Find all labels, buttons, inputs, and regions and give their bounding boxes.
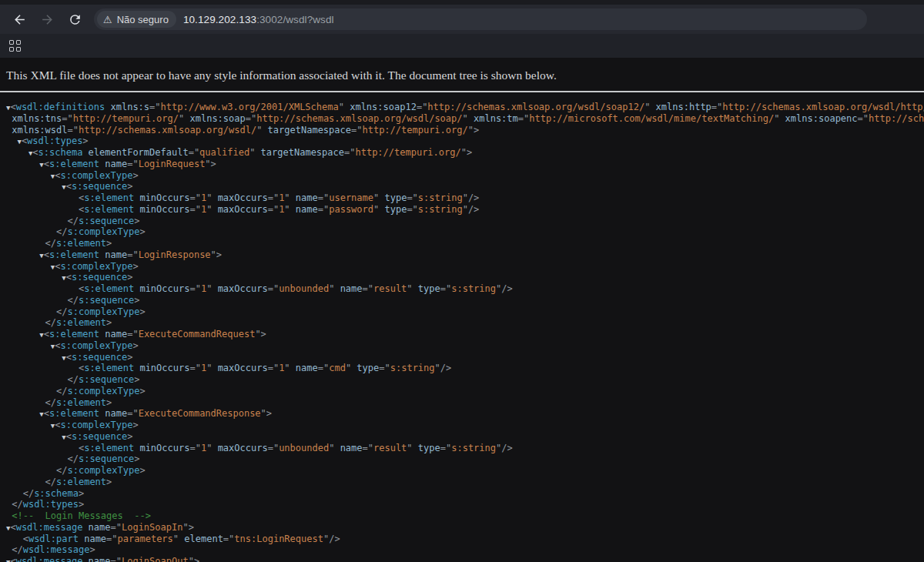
xml-attr-name: name (340, 283, 363, 294)
xml-attr-name: minOccurs (139, 204, 189, 215)
xml-attr-value: LoginResponse (139, 249, 211, 260)
xml-attr-name: name (89, 522, 111, 533)
xml-attr-value: password (329, 204, 373, 215)
xml-attr-name: type (418, 283, 440, 294)
xml-line: </s:sequence> (6, 216, 924, 227)
xml-line: </s:element> (6, 238, 924, 249)
xml-tag-name: wsdl:types (27, 135, 82, 146)
xml-line: </s:element> (6, 397, 924, 409)
xml-line: </s:element> (6, 477, 924, 488)
refresh-icon (68, 12, 82, 27)
xml-tag-name: s:element (49, 408, 99, 419)
xml-attr-name: minOccurs (139, 443, 189, 453)
back-button[interactable] (8, 8, 31, 31)
xml-attr-name: type (384, 204, 407, 215)
browser-window: ⚠ Não seguro 10.129.202.133:3002/wsdl?ws… (0, 0, 924, 562)
arrow-right-icon (40, 12, 55, 27)
xml-tag-name: s:element (84, 192, 134, 203)
xml-line: </s:sequence> (6, 374, 924, 386)
xml-attr-name: targetNamespace (268, 125, 351, 135)
xml-attr-name: xmlns:soap (189, 113, 245, 124)
xml-attr-value: http://schemas.xmlsoap.org/wsdl/ (79, 125, 256, 135)
xml-tag-name: s:complexType (67, 306, 139, 317)
xml-attr-value: ExecuteCommandRequest (139, 329, 256, 340)
xml-line: <!-- Login Messages --> (6, 510, 924, 522)
xml-tag-name: s:schema (38, 147, 83, 158)
xml-tag-name: s:element (84, 283, 134, 294)
xml-attr-value: http://schemas.xmlsoap.org/wsdl/http/ (722, 102, 924, 112)
xml-tag-name: s:element (56, 477, 106, 487)
xml-tag-name: wsdl:part (28, 534, 79, 544)
xml-tag-name: wsdl:message (16, 522, 83, 533)
xml-tag-name: s:sequence (79, 216, 134, 226)
xml-attr-name: xmlns:http (656, 102, 711, 112)
xml-attr-name: xmlns:tns (12, 113, 62, 124)
xml-attr-name: minOccurs (139, 192, 189, 203)
xml-line: <s:element minOccurs="1" maxOccurs="unbo… (6, 283, 924, 295)
xml-attr-value: result (373, 443, 407, 453)
xml-comment: <!-- Login Messages --> (12, 510, 151, 521)
xml-line: ▼<wsdl:message name="LoginSoapIn"> (6, 522, 924, 534)
xml-tag-name: s:element (84, 363, 134, 373)
apps-grid-icon[interactable] (9, 40, 21, 52)
xml-attr-value: unbounded (279, 283, 329, 294)
xml-attr-name: name (89, 556, 111, 562)
xml-tag-name: s:element (49, 329, 99, 340)
xml-tag-name: s:schema (34, 488, 79, 499)
arrow-left-icon (12, 12, 27, 27)
xml-line: </s:complexType> (6, 306, 924, 318)
xml-tag-name: wsdl:types (23, 499, 79, 510)
xml-line: ▼<s:element name="ExecuteCommandRequest"… (6, 329, 924, 340)
xml-line: </s:element> (6, 317, 924, 329)
xml-tag-name: s:complexType (67, 226, 139, 237)
xml-attr-name: name (296, 192, 318, 203)
url-host: 10.129.202.133 (183, 14, 256, 25)
xml-tag-name: s:complexType (67, 386, 139, 396)
xml-tag-name: s:element (56, 317, 106, 328)
xml-attr-value: http://microsoft.com/wsdl/mime/textMatch… (529, 113, 774, 124)
security-chip[interactable]: ⚠ Não seguro (97, 11, 176, 28)
bookmarks-bar (0, 34, 924, 58)
xml-attr-name: maxOccurs (218, 192, 268, 203)
xml-line: </s:complexType> (6, 226, 924, 238)
url-bar[interactable]: ⚠ Não seguro 10.129.202.133:3002/wsdl?ws… (94, 8, 867, 30)
xml-attr-name: xmlns:soapenc (785, 113, 858, 124)
xml-attr-value: tns:LoginRequest (234, 534, 323, 544)
url-text: 10.129.202.133:3002/wsdl?wsdl (183, 14, 334, 25)
xml-attr-value: http://tempuri.org/ (73, 113, 179, 124)
browser-toolbar: ⚠ Não seguro 10.129.202.133:3002/wsdl?ws… (0, 5, 924, 34)
xml-attr-name: maxOccurs (218, 283, 268, 294)
xml-tag-name: s:complexType (60, 170, 132, 181)
xml-line: ▼<s:complexType> (6, 261, 924, 273)
xml-tag-name: s:element (56, 238, 106, 249)
xml-attr-value: s:string (418, 192, 463, 203)
xml-line: ▼<s:schema elementFormDefault="qualified… (6, 147, 924, 159)
xml-line: <s:element minOccurs="1" maxOccurs="1" n… (6, 192, 924, 204)
xml-attr-name: minOccurs (139, 283, 189, 294)
xml-line: ▼<s:element name="ExecuteCommandResponse… (6, 408, 924, 420)
page-content: This XML file does not appear to have an… (0, 58, 924, 562)
xml-line: </s:sequence> (6, 453, 924, 465)
xml-line: ▼<s:sequence> (6, 431, 924, 443)
xml-line: ▼<s:element name="LoginRequest"> (6, 159, 924, 170)
xml-tag-name: s:complexType (60, 261, 132, 272)
xml-attr-name: maxOccurs (218, 204, 268, 215)
forward-button[interactable] (35, 8, 59, 31)
xml-attr-name: name (340, 443, 363, 453)
xml-attr-value: ExecuteCommandResponse (139, 408, 261, 419)
xml-attr-name: name (105, 408, 127, 419)
xml-attr-name: name (105, 249, 127, 260)
xml-attr-name: elementFormDefault (89, 147, 189, 158)
xml-line: ▼<wsdl:definitions xmlns:s="http://www.w… (6, 102, 924, 113)
xml-tag-name: s:complexType (67, 465, 139, 476)
xml-line: ▼<wsdl:types> (6, 135, 924, 147)
xml-line: <wsdl:part name="parameters" element="tn… (6, 534, 924, 545)
xml-style-notice: This XML file does not appear to have an… (0, 58, 924, 92)
xml-attr-value: http://schemas.xmlsoap.org/wsdl/soap12/ (427, 102, 644, 112)
xml-line: xmlns:wsdl="http://schemas.xmlsoap.org/w… (6, 125, 924, 136)
xml-line: </s:complexType> (6, 386, 924, 397)
xml-attr-name: type (384, 192, 407, 203)
xml-tag-name: s:sequence (72, 272, 127, 283)
xml-line: </wsdl:types> (6, 499, 924, 510)
reload-button[interactable] (63, 8, 86, 31)
